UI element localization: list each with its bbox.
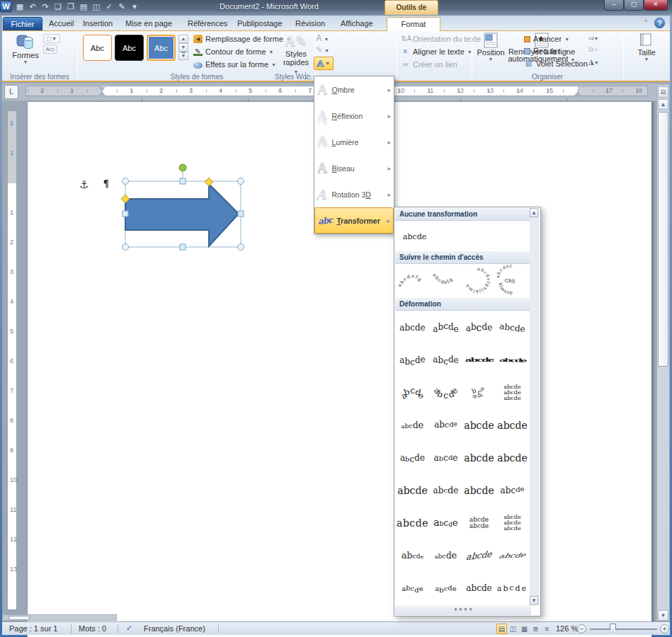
arrow-shape-body[interactable] [125,184,239,246]
warp-preview-32[interactable]: abcde [491,544,533,568]
text-outline-button[interactable]: ✎ ▼ [316,45,334,56]
warp-preview-1[interactable]: abcde [396,311,429,344]
toggle-ruler-button[interactable]: ⊟ [658,86,668,98]
shape-style-thumbnail-1[interactable]: Abc [83,35,112,61]
button-preview[interactable]: abcdef Ghij klmnop [494,265,526,296]
warp-preview-33[interactable]: abcde [396,572,429,604]
resize-handle-bottom-right[interactable] [238,244,244,251]
warp-preview-5[interactable]: abcde [396,344,429,377]
styles-more-icon[interactable]: ▼ [178,52,188,60]
arch-up-preview[interactable]: abcdefg [396,265,428,296]
scroll-up-icon[interactable]: ▲ [530,208,538,217]
tab-publipostage[interactable]: Publipostage [234,17,285,31]
help-button[interactable]: ? [654,18,665,28]
gallery-resize-handle[interactable]: ● ● ● ● [395,605,531,615]
warp-preview-28[interactable]: abcdeabcdeabcde [496,507,529,539]
tab-accueil[interactable]: Accueil [46,17,76,31]
warp-preview-8[interactable]: abcde [495,352,530,368]
resize-handle-left[interactable] [123,211,128,217]
resize-handle-right[interactable] [238,211,244,217]
print-icon[interactable]: ▤ [79,2,89,11]
circle-preview[interactable]: abcdefghijklmn [461,265,494,296]
open-icon[interactable]: ❒ [66,2,76,11]
warp-preview-25[interactable]: abcde [396,507,429,539]
page-count-label[interactable]: Page : 1 sur 1 [9,624,58,633]
warp-preview-9[interactable]: abcde [396,377,429,409]
text-effects-button-active[interactable]: A▼ [314,57,334,70]
zoom-slider-handle[interactable] [610,624,616,633]
warp-preview-36[interactable]: abcde [496,572,529,604]
tab-mise-en-page[interactable]: Mise en page [123,17,175,31]
warp-preview-13[interactable]: abcde [396,409,429,442]
tab-selector-button[interactable]: L [4,85,18,99]
shapes-button[interactable]: Formes ▼ [9,33,42,64]
rotation-handle[interactable] [179,164,186,171]
warp-preview-24[interactable]: abcde [496,474,529,507]
save-icon[interactable]: ▦ [15,2,25,11]
warp-preview-18[interactable]: abcde [429,442,462,474]
bring-forward-row[interactable]: Avancer▼ [524,33,569,45]
warp-preview-2[interactable]: abcde [429,311,462,344]
tab-fichier[interactable]: Fichier [3,17,42,31]
shape-outline-button[interactable]: ✎ Contour de forme▼ [193,46,274,57]
warp-preview-20[interactable]: abcde [496,442,529,474]
new-document-icon[interactable]: ❏ [53,2,63,11]
edit-shape-button[interactable]: ⬚▼ [43,34,60,43]
styles-scroll-down-icon[interactable]: ▼ [178,43,188,52]
send-backward-row[interactable]: Reculer▼ [524,45,568,57]
tab-insertion[interactable]: Insertion [80,17,115,31]
resize-handle-top-left[interactable] [123,178,129,185]
warp-preview-3[interactable]: abcde [462,311,496,344]
warp-preview-11[interactable]: abcde [464,378,494,407]
spellcheck-status-icon[interactable]: ✓ [126,624,132,633]
print-layout-view-button[interactable]: ▤ [496,624,507,634]
zoom-out-button[interactable]: − [577,624,586,633]
scroll-up-icon[interactable]: ▲ [658,99,668,110]
horizontal-scrollbar[interactable] [2,614,117,621]
scroll-down-icon[interactable]: ▼ [658,610,668,621]
menu-item-reflexion[interactable]: A Réflexion ▸ [314,103,394,129]
warp-preview-15[interactable]: abcde [462,409,496,442]
zoom-slider-track[interactable] [590,629,657,630]
zoom-in-button[interactable]: + [660,624,669,633]
warp-preview-23[interactable]: abcde [462,474,496,507]
warp-preview-6[interactable]: abcde [429,344,462,377]
shape-style-thumbnail-2[interactable]: Abc [115,35,144,61]
size-button[interactable]: Taille ▼ [629,33,664,62]
warp-preview-35[interactable]: abcde [462,572,496,604]
no-transform-preview[interactable]: abcde [400,222,450,251]
vertical-scrollbar[interactable]: ⊟ ▲ ▼ [656,84,670,621]
outline-view-button[interactable]: ≣ [530,624,541,634]
spelling-icon[interactable]: ✓ [104,2,114,11]
close-button[interactable]: ✕ [644,0,668,11]
warp-preview-21[interactable]: abcde [396,474,429,507]
right-indent-marker[interactable] [574,91,581,96]
shape-style-thumbnail-3-selected[interactable]: Abc [147,35,176,61]
draw-text-box-button[interactable]: A▭ [43,45,57,54]
insert-drawing-icon[interactable]: ✎ [117,2,127,11]
warp-preview-14[interactable]: abcde [429,409,462,442]
resize-handle-top-right[interactable] [238,178,244,185]
shape-effects-button[interactable]: Effets sur la forme▼ [193,59,276,70]
language-label[interactable]: Français (France) [144,624,205,633]
position-button[interactable]: Position ▼ [475,33,506,62]
customize-qat-icon[interactable]: ▾ [130,2,139,11]
warp-preview-4[interactable]: abcde [494,309,530,345]
redo-icon[interactable]: ↷ [40,2,50,11]
scroll-down-icon[interactable]: ▼ [530,596,538,605]
left-indent-marker[interactable] [98,96,106,97]
scrollbar-thumb[interactable] [8,616,30,620]
text-fill-button[interactable]: A ▼ [316,33,334,44]
shape-fill-button[interactable]: ◂ Remplissage de forme▼ [193,33,291,45]
resize-handle-bottom[interactable] [180,244,186,250]
menu-item-rotation-3d[interactable]: A Rotation 3D ▸ [314,181,394,207]
vertical-ruler[interactable]: 2112345678910111213 [7,110,17,610]
resize-handle-top[interactable] [180,178,186,184]
menu-item-transformer[interactable]: abc Transformer ▸ [314,207,394,234]
warp-preview-27[interactable]: abcdeabcde [462,507,496,539]
submenu-scrollbar[interactable]: ▲ ▼ [530,208,540,605]
zoom-level-label[interactable]: 126 % [556,624,578,633]
maximize-button[interactable]: ▢ [624,0,644,11]
adjust-handle-head[interactable] [205,178,212,185]
tab-affichage[interactable]: Affichage [338,17,376,31]
